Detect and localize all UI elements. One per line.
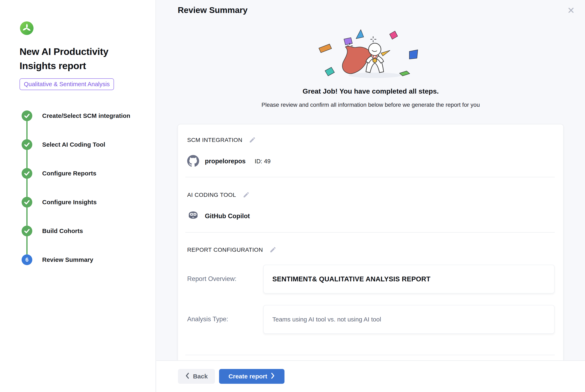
step-check-icon — [22, 197, 32, 208]
sidebar-step-build-cohorts[interactable]: Build Cohorts — [22, 226, 137, 254]
wizard-footer: Back Create report — [156, 360, 585, 392]
section-divider — [185, 177, 555, 177]
analysis-type-label: Analysis Type: — [187, 316, 228, 323]
wizard-sidebar: New AI Productivity Insights report Qual… — [0, 0, 156, 392]
close-icon: ✕ — [567, 5, 575, 16]
page-title: New AI Productivity Insights report — [20, 44, 139, 73]
report-overview-value: SENTIMENT& QUALITATIVE ANALYSIS REPORT — [263, 265, 554, 294]
ai-tool-row: GitHub Copilot — [187, 210, 250, 222]
edit-scm-button[interactable] — [249, 136, 256, 144]
pencil-icon — [249, 141, 256, 144]
chevron-right-icon — [270, 372, 275, 381]
report-type-badge: Qualitative & Sentiment Analysis — [20, 78, 114, 90]
scm-integration-id: ID: 49 — [255, 158, 270, 165]
scm-integration-name: propelorepos — [205, 158, 246, 165]
celebration-illustration — [313, 28, 428, 83]
scm-integration-row: propelorepos ID: 49 — [187, 155, 270, 168]
sidebar-step-review-summary[interactable]: 6 Review Summary — [22, 254, 137, 283]
edit-ai-tool-button[interactable] — [243, 191, 250, 199]
propelo-logo-icon — [20, 21, 34, 35]
sidebar-step-select-ai-tool[interactable]: Select AI Coding Tool — [22, 139, 137, 168]
pencil-icon — [243, 196, 250, 199]
summary-card: SCM INTEGRATION propelorepos ID: 49 AI C… — [178, 124, 564, 366]
report-config-section-header: REPORT CONFIGURATION — [187, 246, 276, 254]
github-icon — [187, 155, 199, 168]
wizard-steps: Create/Select SCM integration Select AI … — [22, 110, 137, 283]
scm-section-header: SCM INTEGRATION — [187, 136, 256, 144]
report-overview-label: Report Overview: — [187, 275, 236, 282]
ai-tool-section-header: AI CODING TOOL — [187, 191, 250, 199]
congrats-heading: Great Job! You have completed all steps. — [156, 87, 585, 95]
ai-tool-name: GitHub Copilot — [205, 212, 250, 220]
pencil-icon — [270, 251, 276, 254]
congrats-subheading: Please review and confirm all informatio… — [156, 102, 585, 108]
step-check-icon — [22, 110, 32, 121]
section-divider — [185, 232, 555, 232]
panel-title: Review Summary — [178, 5, 248, 15]
step-check-icon — [22, 226, 32, 236]
step-check-icon — [22, 139, 32, 150]
report-wizard-window: New AI Productivity Insights report Qual… — [0, 0, 585, 392]
step-check-icon — [22, 168, 32, 179]
analysis-type-value: Teams using AI tool vs. not using AI too… — [263, 305, 554, 334]
section-divider — [185, 355, 555, 355]
edit-report-config-button[interactable] — [270, 246, 276, 254]
back-button[interactable]: Back — [178, 369, 215, 384]
create-report-button[interactable]: Create report — [219, 369, 284, 384]
close-button[interactable]: ✕ — [564, 3, 578, 18]
copilot-icon — [187, 210, 199, 222]
sidebar-step-create-select-scm[interactable]: Create/Select SCM integration — [22, 110, 137, 139]
sidebar-step-configure-reports[interactable]: Configure Reports — [22, 168, 137, 197]
step-number-badge: 6 — [22, 254, 32, 265]
review-summary-panel: Review Summary ✕ — [156, 0, 585, 360]
chevron-left-icon — [185, 372, 190, 381]
sidebar-step-configure-insights[interactable]: Configure Insights — [22, 197, 137, 226]
